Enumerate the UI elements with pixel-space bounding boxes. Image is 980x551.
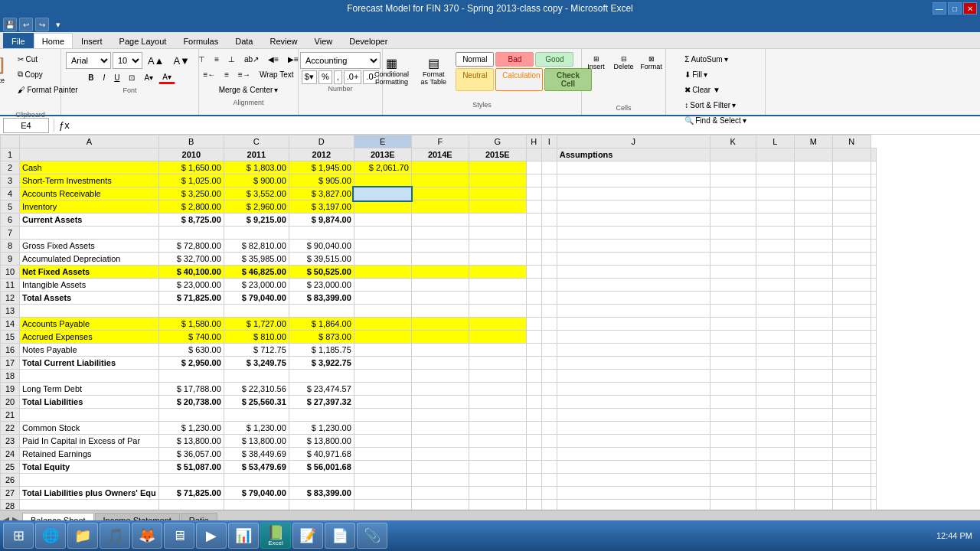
cell-9-11[interactable] [756, 253, 794, 266]
cell-14-5[interactable] [411, 318, 469, 331]
col-header-E[interactable]: E [354, 135, 411, 148]
cell-12-10[interactable] [710, 292, 756, 305]
cell-7-14[interactable] [871, 227, 876, 240]
cell-16-11[interactable] [756, 344, 794, 357]
cell-28-9[interactable] [557, 500, 710, 510]
cell-25-5[interactable] [411, 461, 469, 474]
cell-25-3[interactable]: $ 56,001.68 [289, 461, 354, 474]
cell-2-14[interactable] [871, 161, 876, 174]
fill-button[interactable]: ⬇ Fill ▾ [681, 67, 750, 81]
tab-data[interactable]: Data [227, 33, 261, 48]
cell-17-4[interactable] [354, 357, 411, 370]
cell-28-8[interactable] [541, 500, 557, 510]
tab-review[interactable]: Review [261, 33, 305, 48]
cell-16-3[interactable]: $ 1,185.75 [289, 344, 354, 357]
cell-28-5[interactable] [411, 500, 469, 510]
cell-17-2[interactable]: $ 3,249.75 [224, 357, 289, 370]
cell-13-8[interactable] [541, 305, 557, 318]
cell-24-12[interactable] [794, 448, 832, 461]
cell-13-1[interactable] [158, 305, 224, 318]
cell-13-6[interactable] [469, 305, 526, 318]
cell-25-4[interactable] [354, 461, 411, 474]
cell-19-13[interactable] [832, 383, 871, 396]
cell-28-2[interactable] [224, 500, 289, 510]
cell-20-2[interactable]: $ 25,560.31 [224, 396, 289, 409]
cell-7-3[interactable] [289, 227, 354, 240]
cell-10-2[interactable]: $ 46,825.00 [224, 266, 289, 279]
cell-9-14[interactable] [871, 253, 876, 266]
cell-10-12[interactable] [794, 266, 832, 279]
cell-21-5[interactable] [411, 409, 469, 422]
sort-filter-button[interactable]: ↕ Sort & Filter ▾ [681, 98, 750, 112]
cell-21-0[interactable] [20, 409, 159, 422]
cell-22-7[interactable] [526, 422, 541, 435]
cell-23-2[interactable]: $ 13,800.00 [224, 435, 289, 448]
cell-20-7[interactable] [526, 396, 541, 409]
cell-12-14[interactable] [871, 292, 876, 305]
cell-22-0[interactable]: Common Stock [20, 422, 159, 435]
normal-style-button[interactable]: Normal [456, 52, 494, 67]
cell-1-6[interactable]: 2015E [469, 148, 526, 161]
font-name-select[interactable]: Arial [66, 52, 111, 69]
cell-6-10[interactable] [710, 214, 756, 227]
cell-23-11[interactable] [756, 435, 794, 448]
cell-6-2[interactable]: $ 9,215.00 [224, 214, 289, 227]
row-header-2[interactable]: 2 [1, 161, 20, 174]
ie-button[interactable]: 🌐 [35, 523, 66, 549]
cell-22-5[interactable] [411, 422, 469, 435]
align-bottom-button[interactable]: ⊥ [224, 52, 239, 66]
cell-10-5[interactable] [411, 266, 469, 279]
cell-12-2[interactable]: $ 79,040.00 [224, 292, 289, 305]
dec-increase-button[interactable]: .0+ [344, 70, 362, 84]
cell-26-3[interactable] [289, 474, 354, 487]
cell-19-12[interactable] [794, 383, 832, 396]
cell-23-8[interactable] [541, 435, 557, 448]
cell-26-4[interactable] [354, 474, 411, 487]
format-button[interactable]: ⊠ Format [639, 52, 664, 94]
redo-icon[interactable]: ↪ [35, 18, 49, 31]
cell-15-4[interactable] [354, 331, 411, 344]
cell-26-10[interactable] [710, 474, 756, 487]
cell-3-14[interactable] [871, 174, 876, 187]
cell-14-10[interactable] [710, 318, 756, 331]
cell-16-12[interactable] [794, 344, 832, 357]
insert-button[interactable]: ⊞ Insert [584, 52, 609, 94]
cell-17-5[interactable] [411, 357, 469, 370]
tab-file[interactable]: File [3, 33, 34, 48]
cell-18-9[interactable] [557, 370, 710, 383]
cell-23-5[interactable] [411, 435, 469, 448]
cell-25-0[interactable]: Total Equity [20, 461, 159, 474]
cell-4-10[interactable] [710, 187, 756, 201]
row-header-24[interactable]: 24 [1, 448, 20, 461]
cell-9-12[interactable] [794, 253, 832, 266]
cell-16-1[interactable]: $ 630.00 [158, 344, 224, 357]
row-header-13[interactable]: 13 [1, 305, 20, 318]
cell-7-9[interactable] [557, 227, 710, 240]
cell-10-10[interactable] [710, 266, 756, 279]
cell-21-14[interactable] [871, 409, 876, 422]
cell-28-3[interactable] [289, 500, 354, 510]
cell-24-4[interactable] [354, 448, 411, 461]
wrap-text-button[interactable]: Wrap Text [256, 67, 298, 81]
cell-10-4[interactable] [354, 266, 411, 279]
cell-28-10[interactable] [710, 500, 756, 510]
cell-4-7[interactable] [526, 187, 541, 201]
cell-7-8[interactable] [541, 227, 557, 240]
col-header-B[interactable]: B [158, 135, 224, 148]
font-increase-button[interactable]: A▲ [144, 54, 168, 67]
cell-8-10[interactable] [710, 240, 756, 253]
cell-7-1[interactable] [158, 227, 224, 240]
cell-3-3[interactable]: $ 905.00 [289, 174, 354, 187]
cell-1-9[interactable]: Assumptions [557, 148, 710, 161]
cell-12-11[interactable] [756, 292, 794, 305]
cell-20-12[interactable] [794, 396, 832, 409]
cell-14-4[interactable] [354, 318, 411, 331]
cell-22-10[interactable] [710, 422, 756, 435]
cell-12-13[interactable] [832, 292, 871, 305]
cell-8-3[interactable]: $ 90,040.00 [289, 240, 354, 253]
cell-23-13[interactable] [832, 435, 871, 448]
cell-26-5[interactable] [411, 474, 469, 487]
cell-14-9[interactable] [557, 318, 710, 331]
cell-24-6[interactable] [469, 448, 526, 461]
cell-23-10[interactable] [710, 435, 756, 448]
